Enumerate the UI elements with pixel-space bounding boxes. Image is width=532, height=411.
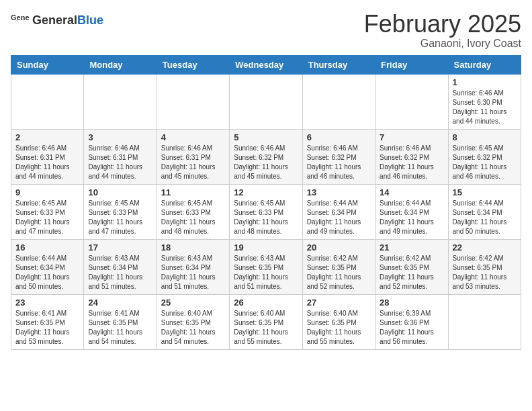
calendar-week-row: 9Sunrise: 6:45 AM Sunset: 6:33 PM Daylig… xyxy=(11,184,521,239)
day-info: Sunrise: 6:46 AM Sunset: 6:31 PM Dayligh… xyxy=(161,144,225,181)
day-info: Sunrise: 6:46 AM Sunset: 6:32 PM Dayligh… xyxy=(380,144,443,181)
day-number: 10 xyxy=(88,187,152,197)
weekday-header: Saturday xyxy=(448,55,521,74)
calendar-cell: 26Sunrise: 6:40 AM Sunset: 6:35 PM Dayli… xyxy=(230,294,302,349)
day-info: Sunrise: 6:42 AM Sunset: 6:35 PM Dayligh… xyxy=(380,254,443,291)
day-info: Sunrise: 6:41 AM Sunset: 6:35 PM Dayligh… xyxy=(15,309,79,347)
weekday-header: Thursday xyxy=(302,55,375,74)
calendar-cell: 9Sunrise: 6:45 AM Sunset: 6:33 PM Daylig… xyxy=(11,184,84,239)
day-number: 9 xyxy=(15,187,79,197)
calendar-cell: 24Sunrise: 6:41 AM Sunset: 6:35 PM Dayli… xyxy=(84,294,157,349)
calendar-cell: 17Sunrise: 6:43 AM Sunset: 6:34 PM Dayli… xyxy=(84,239,157,294)
day-number: 5 xyxy=(234,132,298,142)
calendar-cell: 28Sunrise: 6:39 AM Sunset: 6:36 PM Dayli… xyxy=(375,294,448,349)
day-number: 22 xyxy=(453,242,517,253)
logo: General GeneralBlue xyxy=(11,11,103,30)
calendar-week-row: 2Sunrise: 6:46 AM Sunset: 6:31 PM Daylig… xyxy=(11,129,521,184)
day-info: Sunrise: 6:42 AM Sunset: 6:35 PM Dayligh… xyxy=(307,254,371,291)
calendar-cell: 2Sunrise: 6:46 AM Sunset: 6:31 PM Daylig… xyxy=(11,129,84,184)
day-info: Sunrise: 6:40 AM Sunset: 6:35 PM Dayligh… xyxy=(234,309,298,347)
day-info: Sunrise: 6:46 AM Sunset: 6:31 PM Dayligh… xyxy=(15,144,79,181)
day-number: 14 xyxy=(380,187,443,197)
day-info: Sunrise: 6:44 AM Sunset: 6:34 PM Dayligh… xyxy=(453,199,517,236)
calendar-cell: 18Sunrise: 6:43 AM Sunset: 6:34 PM Dayli… xyxy=(157,239,229,294)
day-number: 2 xyxy=(15,132,79,142)
calendar-cell: 27Sunrise: 6:40 AM Sunset: 6:35 PM Dayli… xyxy=(302,294,375,349)
day-info: Sunrise: 6:45 AM Sunset: 6:32 PM Dayligh… xyxy=(453,144,517,181)
weekday-header: Monday xyxy=(84,55,157,74)
calendar-cell: 11Sunrise: 6:45 AM Sunset: 6:33 PM Dayli… xyxy=(157,184,229,239)
calendar-cell: 7Sunrise: 6:46 AM Sunset: 6:32 PM Daylig… xyxy=(375,129,448,184)
calendar-cell xyxy=(84,74,157,129)
day-info: Sunrise: 6:46 AM Sunset: 6:32 PM Dayligh… xyxy=(307,144,371,181)
day-info: Sunrise: 6:44 AM Sunset: 6:34 PM Dayligh… xyxy=(15,254,79,291)
calendar-cell xyxy=(448,294,521,349)
day-info: Sunrise: 6:46 AM Sunset: 6:30 PM Dayligh… xyxy=(453,89,517,126)
calendar-title: February 2025 xyxy=(364,11,521,38)
day-info: Sunrise: 6:44 AM Sunset: 6:34 PM Dayligh… xyxy=(380,199,443,236)
day-number: 23 xyxy=(15,298,79,308)
calendar-cell: 5Sunrise: 6:46 AM Sunset: 6:32 PM Daylig… xyxy=(230,129,302,184)
day-info: Sunrise: 6:46 AM Sunset: 6:31 PM Dayligh… xyxy=(88,144,152,181)
day-number: 13 xyxy=(307,187,371,197)
day-info: Sunrise: 6:42 AM Sunset: 6:35 PM Dayligh… xyxy=(453,254,517,291)
calendar-cell: 20Sunrise: 6:42 AM Sunset: 6:35 PM Dayli… xyxy=(302,239,375,294)
day-info: Sunrise: 6:46 AM Sunset: 6:32 PM Dayligh… xyxy=(234,144,298,181)
calendar-cell: 13Sunrise: 6:44 AM Sunset: 6:34 PM Dayli… xyxy=(302,184,375,239)
weekday-header: Tuesday xyxy=(157,55,229,74)
day-info: Sunrise: 6:45 AM Sunset: 6:33 PM Dayligh… xyxy=(15,199,79,236)
day-number: 19 xyxy=(234,242,298,253)
day-info: Sunrise: 6:43 AM Sunset: 6:34 PM Dayligh… xyxy=(161,254,225,291)
calendar-week-row: 23Sunrise: 6:41 AM Sunset: 6:35 PM Dayli… xyxy=(11,294,521,349)
day-number: 16 xyxy=(15,242,79,253)
day-info: Sunrise: 6:45 AM Sunset: 6:33 PM Dayligh… xyxy=(88,199,152,236)
weekday-header: Sunday xyxy=(11,55,84,74)
logo-icon: General xyxy=(11,11,30,30)
day-number: 18 xyxy=(161,242,225,253)
calendar-cell xyxy=(157,74,229,129)
calendar-cell: 3Sunrise: 6:46 AM Sunset: 6:31 PM Daylig… xyxy=(84,129,157,184)
calendar-cell: 6Sunrise: 6:46 AM Sunset: 6:32 PM Daylig… xyxy=(302,129,375,184)
weekday-header: Wednesday xyxy=(230,55,302,74)
calendar-cell: 8Sunrise: 6:45 AM Sunset: 6:32 PM Daylig… xyxy=(448,129,521,184)
day-info: Sunrise: 6:40 AM Sunset: 6:35 PM Dayligh… xyxy=(161,309,225,347)
calendar-cell: 16Sunrise: 6:44 AM Sunset: 6:34 PM Dayli… xyxy=(11,239,84,294)
calendar-cell xyxy=(302,74,375,129)
calendar-cell: 19Sunrise: 6:43 AM Sunset: 6:35 PM Dayli… xyxy=(230,239,302,294)
day-number: 27 xyxy=(307,298,371,308)
day-info: Sunrise: 6:39 AM Sunset: 6:36 PM Dayligh… xyxy=(380,309,443,347)
title-block: February 2025 Ganaoni, Ivory Coast xyxy=(364,11,521,50)
day-number: 12 xyxy=(234,187,298,197)
day-info: Sunrise: 6:43 AM Sunset: 6:34 PM Dayligh… xyxy=(88,254,152,291)
day-info: Sunrise: 6:45 AM Sunset: 6:33 PM Dayligh… xyxy=(234,199,298,236)
logo-blue: Blue xyxy=(77,13,103,27)
calendar-subtitle: Ganaoni, Ivory Coast xyxy=(364,38,521,50)
weekday-header-row: SundayMondayTuesdayWednesdayThursdayFrid… xyxy=(11,55,521,74)
calendar-cell: 25Sunrise: 6:40 AM Sunset: 6:35 PM Dayli… xyxy=(157,294,229,349)
calendar-cell: 14Sunrise: 6:44 AM Sunset: 6:34 PM Dayli… xyxy=(375,184,448,239)
day-number: 26 xyxy=(234,298,298,308)
day-number: 8 xyxy=(453,132,517,142)
day-number: 3 xyxy=(88,132,152,142)
day-number: 7 xyxy=(380,132,443,142)
day-number: 6 xyxy=(307,132,371,142)
day-info: Sunrise: 6:45 AM Sunset: 6:33 PM Dayligh… xyxy=(161,199,225,236)
calendar-cell: 10Sunrise: 6:45 AM Sunset: 6:33 PM Dayli… xyxy=(84,184,157,239)
day-number: 28 xyxy=(380,298,443,308)
calendar-cell: 12Sunrise: 6:45 AM Sunset: 6:33 PM Dayli… xyxy=(230,184,302,239)
calendar-cell: 23Sunrise: 6:41 AM Sunset: 6:35 PM Dayli… xyxy=(11,294,84,349)
calendar-table: SundayMondayTuesdayWednesdayThursdayFrid… xyxy=(11,55,521,350)
page-header: General GeneralBlue February 2025 Ganaon… xyxy=(11,11,521,50)
day-number: 20 xyxy=(307,242,371,253)
calendar-cell: 22Sunrise: 6:42 AM Sunset: 6:35 PM Dayli… xyxy=(448,239,521,294)
calendar-week-row: 1Sunrise: 6:46 AM Sunset: 6:30 PM Daylig… xyxy=(11,74,521,129)
logo-general: General xyxy=(32,13,77,27)
day-number: 11 xyxy=(161,187,225,197)
day-info: Sunrise: 6:40 AM Sunset: 6:35 PM Dayligh… xyxy=(307,309,371,347)
calendar-cell: 4Sunrise: 6:46 AM Sunset: 6:31 PM Daylig… xyxy=(157,129,229,184)
day-number: 1 xyxy=(453,77,517,87)
day-number: 15 xyxy=(453,187,517,197)
calendar-cell xyxy=(11,74,84,129)
day-number: 24 xyxy=(88,298,152,308)
day-number: 21 xyxy=(380,242,443,253)
